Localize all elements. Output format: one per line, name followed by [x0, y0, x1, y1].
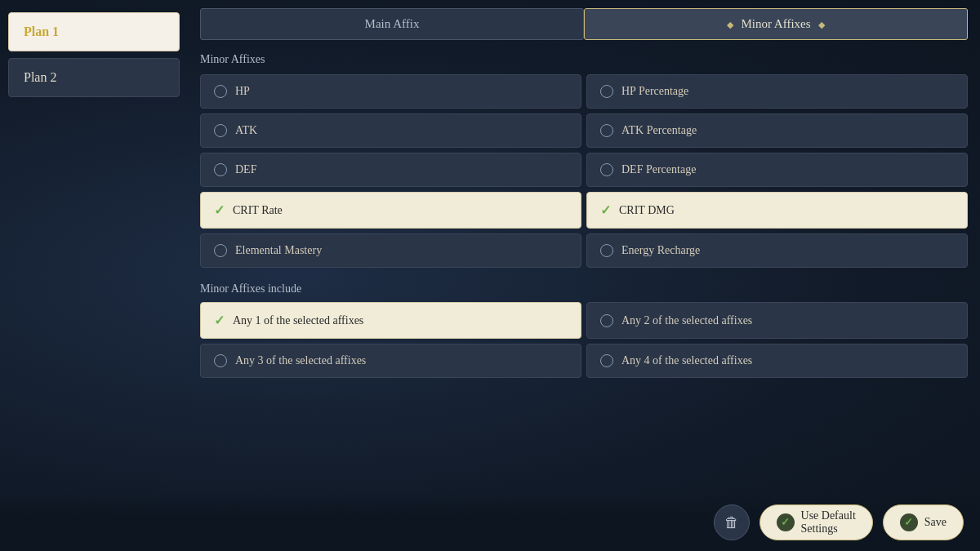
affix-hp-label: HP: [235, 85, 250, 98]
include-any3-label: Any 3 of the selected affixes: [235, 354, 366, 367]
affix-def[interactable]: DEF: [200, 153, 581, 187]
check-any1: ✓: [214, 313, 225, 328]
include-any2[interactable]: Any 2 of the selected affixes: [586, 302, 968, 339]
include-any4[interactable]: Any 4 of the selected affixes: [586, 344, 968, 378]
affix-crit-dmg-label: CRIT DMG: [619, 204, 675, 217]
affix-energy-recharge-label: Energy Recharge: [621, 244, 700, 257]
affix-elem-mastery[interactable]: Elemental Mastery: [200, 233, 581, 268]
radio-hp-pct: [600, 85, 613, 98]
radio-any4: [600, 354, 613, 367]
tab-main-affix-label: Main Affix: [365, 17, 420, 30]
include-any1[interactable]: ✓ Any 1 of the selected affixes: [200, 302, 581, 339]
radio-elem-mastery: [214, 244, 227, 257]
sidebar-item-plan2[interactable]: Plan 2: [8, 58, 180, 97]
tabs-bar: Main Affix Minor Affixes: [200, 8, 968, 40]
affix-crit-dmg[interactable]: ✓ CRIT DMG: [586, 192, 968, 229]
radio-def: [214, 163, 227, 176]
plan1-label: Plan 1: [24, 24, 59, 38]
include-any1-label: Any 1 of the selected affixes: [233, 314, 363, 327]
save-label: Save: [924, 516, 947, 529]
affix-atk-label: ATK: [235, 124, 257, 137]
save-check-icon: ✓: [900, 513, 918, 531]
affix-def-pct[interactable]: DEF Percentage: [586, 153, 968, 187]
bottom-bar: 🗑 ✓ Use DefaultSettings ✓ Save: [0, 494, 980, 551]
affix-atk[interactable]: ATK: [200, 113, 581, 148]
affix-hp-pct-label: HP Percentage: [621, 85, 688, 98]
sidebar: Plan 1 Plan 2: [0, 0, 188, 551]
affix-hp[interactable]: HP: [200, 74, 581, 109]
tab-main-affix[interactable]: Main Affix: [200, 8, 584, 40]
affix-crit-rate[interactable]: ✓ CRIT Rate: [200, 192, 581, 229]
radio-hp: [214, 85, 227, 98]
include-section-label: Minor Affixes include: [200, 282, 968, 295]
delete-icon: 🗑: [724, 514, 739, 531]
tab-minor-affixes[interactable]: Minor Affixes: [584, 8, 968, 40]
affix-elem-mastery-label: Elemental Mastery: [235, 244, 322, 257]
delete-button[interactable]: 🗑: [714, 504, 750, 540]
affix-hp-pct[interactable]: HP Percentage: [586, 74, 968, 109]
affix-def-pct-label: DEF Percentage: [621, 163, 696, 176]
save-button[interactable]: ✓ Save: [883, 504, 964, 540]
affix-def-label: DEF: [235, 163, 256, 176]
radio-energy-recharge: [600, 244, 613, 257]
radio-any2: [600, 314, 613, 327]
radio-any3: [214, 354, 227, 367]
main-content: Main Affix Minor Affixes Minor Affixes H…: [188, 0, 980, 551]
sidebar-item-plan1[interactable]: Plan 1: [8, 12, 180, 51]
radio-def-pct: [600, 163, 613, 176]
affix-crit-rate-label: CRIT Rate: [233, 204, 283, 217]
affix-energy-recharge[interactable]: Energy Recharge: [586, 233, 968, 268]
include-any3[interactable]: Any 3 of the selected affixes: [200, 344, 581, 378]
tab-minor-affixes-label: Minor Affixes: [741, 17, 810, 30]
check-crit-rate: ✓: [214, 202, 225, 218]
include-grid: ✓ Any 1 of the selected affixes Any 2 of…: [200, 302, 968, 378]
include-any2-label: Any 2 of the selected affixes: [621, 314, 752, 327]
affix-atk-pct[interactable]: ATK Percentage: [586, 113, 968, 148]
use-default-button[interactable]: ✓ Use DefaultSettings: [760, 504, 873, 540]
affix-atk-pct-label: ATK Percentage: [621, 124, 697, 137]
use-default-check-icon: ✓: [777, 513, 795, 531]
minor-affixes-label: Minor Affixes: [200, 53, 968, 66]
radio-atk: [214, 124, 227, 137]
radio-atk-pct: [600, 124, 613, 137]
include-any4-label: Any 4 of the selected affixes: [621, 354, 752, 367]
use-default-label: Use DefaultSettings: [801, 509, 856, 535]
plan2-label: Plan 2: [24, 70, 56, 84]
check-crit-dmg: ✓: [600, 202, 611, 218]
affixes-grid: HP HP Percentage ATK ATK Percentage DEF …: [200, 74, 968, 268]
